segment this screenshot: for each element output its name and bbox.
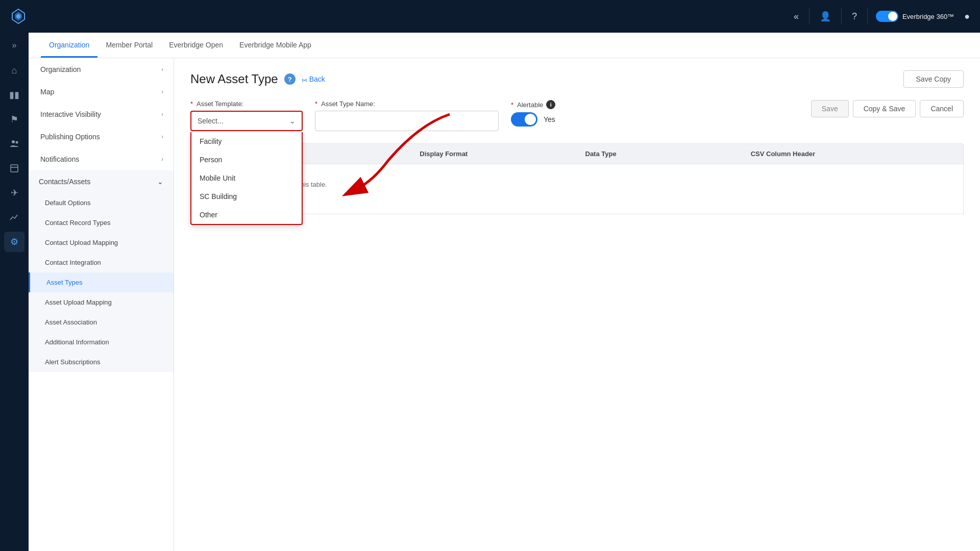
select-container: Select... ⌄ Facility Person Mobile Unit … — [190, 111, 303, 131]
save-button[interactable]: Save — [811, 100, 849, 117]
table-col-data-type: Data Type — [577, 144, 743, 164]
tabs-bar: Organization Member Portal Everbridge Op… — [29, 33, 980, 58]
asset-template-dropdown: Facility Person Mobile Unit SC Building … — [190, 132, 303, 225]
asset-template-select[interactable]: Select... ⌄ — [190, 111, 303, 131]
nav-dashboard[interactable]: ▮▮ — [4, 85, 24, 105]
sidebar-item-interactive-visibility[interactable]: Interactive Visibility › — [29, 103, 174, 126]
dropdown-option-other[interactable]: Other — [191, 206, 302, 224]
left-nav: » ⌂ ▮▮ ⚑ ✈ ⚙ — [0, 33, 29, 551]
action-buttons: Save Copy & Save Cancel — [811, 100, 964, 117]
divider-3 — [867, 8, 868, 24]
sidebar-sub-contact-integration[interactable]: Contact Integration — [29, 253, 174, 272]
sidebar-item-map[interactable]: Map › — [29, 81, 174, 103]
page-header: New Asset Type ? ⨝ Back Save Copy — [190, 70, 964, 88]
help-icon[interactable]: ? — [850, 9, 859, 24]
asset-template-label: * Asset Template: — [190, 100, 303, 108]
sidebar: Organization › Map › Interactive Visibil… — [29, 58, 174, 551]
nav-home[interactable]: ⌂ — [4, 60, 24, 81]
table-empty-message: There are no items to display y in this … — [190, 164, 964, 214]
svg-point-4 — [16, 141, 18, 144]
sidebar-section-contacts-assets: Contacts/Assets ⌄ Default Options Contac… — [29, 170, 174, 372]
dropdown-option-sc-building[interactable]: SC Building — [191, 187, 302, 206]
page-layout: Organization › Map › Interactive Visibil… — [29, 58, 980, 551]
nav-alerts[interactable]: ⚑ — [4, 109, 24, 130]
form-row: * Asset Template: Select... ⌄ Facility — [190, 100, 964, 131]
select-placeholder: Select... — [198, 117, 224, 125]
sidebar-sub-contact-record-types[interactable]: Contact Record Types — [29, 213, 174, 233]
chevron-right-icon: › — [161, 66, 163, 73]
tab-organization[interactable]: Organization — [41, 34, 97, 58]
dropdown-option-person[interactable]: Person — [191, 151, 302, 169]
page-help-icon[interactable]: ? — [284, 73, 296, 85]
asset-type-name-field: * Asset Type Name: — [315, 100, 499, 131]
table-header: Display Format Data Type CSV Column Head… — [190, 143, 964, 164]
nav-contacts[interactable] — [4, 134, 24, 154]
back-link[interactable]: ⨝ Back — [302, 74, 325, 85]
logo[interactable] — [8, 6, 29, 27]
required-star: * — [190, 100, 193, 108]
sidebar-sub-additional-information[interactable]: Additional Information — [29, 332, 174, 352]
copy-save-button[interactable]: Copy & Save — [853, 100, 916, 117]
content-area: Organization Member Portal Everbridge Op… — [29, 33, 980, 551]
nav-settings[interactable]: ⚙ — [4, 232, 24, 252]
notifications-icon[interactable]: ● — [962, 9, 972, 24]
sidebar-sub-contact-upload-mapping[interactable]: Contact Upload Mapping — [29, 233, 174, 253]
sidebar-item-publishing-options[interactable]: Publishing Options › — [29, 126, 174, 148]
nav-integrations[interactable]: ✈ — [4, 183, 24, 203]
alertable-label: * Alertable — [511, 101, 543, 109]
tab-member-portal[interactable]: Member Portal — [97, 34, 161, 58]
sidebar-section-header-contacts-assets[interactable]: Contacts/Assets ⌄ — [29, 170, 174, 193]
sidebar-item-organization[interactable]: Organization › — [29, 58, 174, 81]
table-col-csv-header: CSV Column Header — [743, 144, 963, 164]
nav-layers[interactable] — [4, 158, 24, 179]
svg-point-3 — [12, 140, 15, 143]
cancel-button[interactable]: Cancel — [920, 100, 964, 117]
nav-analytics[interactable] — [4, 207, 24, 228]
chevron-right-icon: › — [161, 88, 163, 95]
table-empty-sub: No custoom variables created — [199, 190, 955, 197]
back-label: Back — [309, 75, 325, 83]
alertable-toggle-row: Yes — [511, 112, 555, 127]
nav-expand-button[interactable]: » — [8, 39, 21, 52]
dropdown-option-facility[interactable]: Facility — [191, 132, 302, 151]
chevron-left-icon[interactable]: « — [792, 9, 801, 24]
sidebar-sub-default-options[interactable]: Default Options — [29, 193, 174, 213]
svg-rect-5 — [11, 165, 18, 172]
chevron-right-icon: › — [161, 133, 163, 140]
page-title: New Asset Type — [190, 72, 278, 86]
sidebar-sub-alert-subscriptions[interactable]: Alert Subscriptions — [29, 352, 174, 372]
sidebar-sub-asset-upload-mapping[interactable]: Asset Upload Mapping — [29, 292, 174, 312]
main-content: New Asset Type ? ⨝ Back Save Copy — [174, 58, 980, 551]
required-star-3: * — [511, 101, 513, 109]
divider-2 — [841, 8, 842, 24]
sidebar-item-notifications[interactable]: Notifications › — [29, 148, 174, 170]
alertable-info-icon[interactable]: i — [546, 100, 555, 109]
asset-type-name-input[interactable] — [315, 111, 499, 131]
topbar-actions: « 👤 ? Everbridge 360™ ● — [792, 8, 972, 24]
divider-1 — [809, 8, 810, 24]
alertable-field: * Alertable i Yes — [511, 100, 555, 127]
asset-template-field: * Asset Template: Select... ⌄ Facility — [190, 100, 303, 131]
select-chevron-icon: ⌄ — [289, 117, 296, 125]
user-icon[interactable]: 👤 — [818, 9, 833, 24]
chevron-right-icon: › — [161, 111, 163, 118]
alertable-toggle[interactable] — [511, 112, 537, 127]
topbar: « 👤 ? Everbridge 360™ ● — [0, 0, 980, 33]
chevron-down-icon: ⌄ — [157, 178, 163, 186]
brand-label: Everbridge 360™ — [902, 13, 954, 20]
back-plus-icon: ⨝ — [302, 74, 307, 85]
table-section: Display Format Data Type CSV Column Head… — [190, 143, 964, 214]
table-empty-text: There are no items to display y in this … — [199, 181, 955, 188]
alertable-yes-label: Yes — [544, 115, 555, 123]
dropdown-option-mobile-unit[interactable]: Mobile Unit — [191, 169, 302, 187]
sidebar-sub-asset-types[interactable]: Asset Types — [29, 272, 174, 292]
tab-everbridge-mobile[interactable]: Everbridge Mobile App — [231, 34, 320, 58]
save-copy-button[interactable]: Save Copy — [903, 70, 964, 88]
asset-type-name-label: * Asset Type Name: — [315, 100, 499, 108]
alertable-label-row: * Alertable i — [511, 100, 555, 109]
sidebar-sub-asset-association[interactable]: Asset Association — [29, 312, 174, 332]
table-col-display-format: Display Format — [411, 144, 577, 164]
brand-toggle-switch[interactable] — [876, 11, 898, 22]
tab-everbridge-open[interactable]: Everbridge Open — [161, 34, 231, 58]
required-star-2: * — [315, 100, 317, 108]
